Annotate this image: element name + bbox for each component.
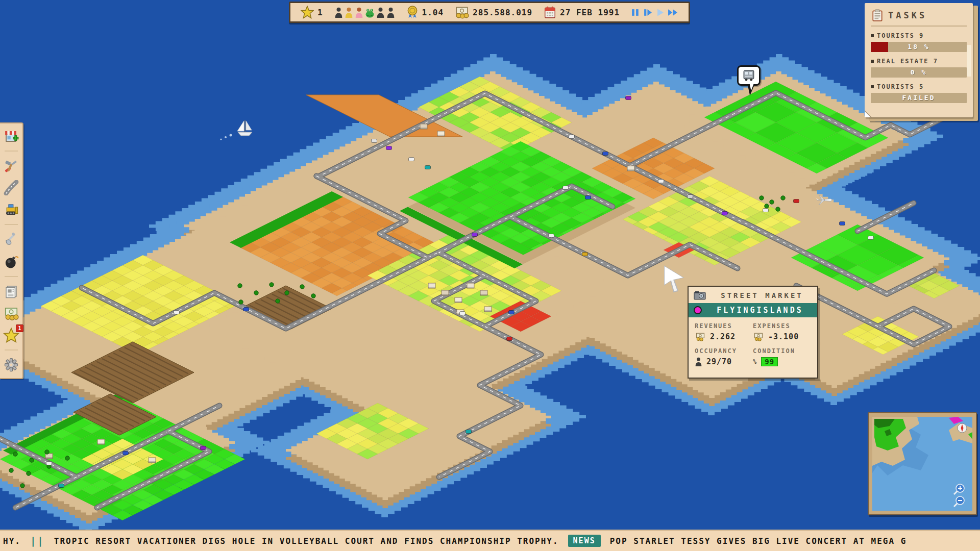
citizen-icons-group bbox=[334, 7, 395, 18]
gear-icon bbox=[4, 357, 19, 372]
toolbar-item-settings[interactable] bbox=[2, 356, 20, 373]
person-dark-icon bbox=[334, 7, 343, 18]
paper-fold-corner bbox=[865, 107, 874, 117]
pause-button[interactable] bbox=[631, 8, 640, 17]
task-progress-text: FAILED bbox=[871, 94, 967, 102]
road-icon bbox=[4, 180, 19, 195]
task-progress-bar: 18 % bbox=[871, 42, 967, 52]
tasks-panel: TASKS TOURISTS 9 18 % REAL ESTATE 7 0 % bbox=[865, 3, 978, 119]
news-badge: NEWS bbox=[568, 535, 601, 547]
bomb-icon bbox=[4, 254, 19, 269]
owner-name: FLYINGISLANDS bbox=[708, 306, 812, 315]
person-pink-icon bbox=[355, 7, 363, 18]
task-progress-bar: FAILED bbox=[871, 93, 967, 103]
money-icon bbox=[695, 332, 706, 341]
toolbar-divider bbox=[5, 276, 18, 277]
newspaper-icon bbox=[4, 284, 19, 299]
fast-forward-button[interactable] bbox=[668, 8, 678, 17]
toolbar-item-newspaper[interactable] bbox=[2, 283, 20, 300]
build-toolbar: 1 bbox=[0, 122, 23, 379]
minimap[interactable] bbox=[868, 412, 977, 515]
money-icon bbox=[455, 6, 469, 19]
play-button[interactable] bbox=[656, 8, 664, 17]
toolbar-item-budget[interactable] bbox=[2, 305, 20, 322]
money-group: 285.588.019 bbox=[455, 6, 532, 19]
revenues-value: 2.262 bbox=[710, 332, 736, 341]
toolbar-item-bomb[interactable] bbox=[2, 253, 20, 270]
tasks-panel-title: TASKS bbox=[888, 10, 927, 20]
notification-badge: 1 bbox=[16, 324, 23, 332]
rating-value: 1.04 bbox=[422, 8, 444, 17]
person-dark-icon bbox=[386, 7, 395, 18]
status-bar: 1 1.04 bbox=[289, 2, 690, 23]
bus-icon bbox=[742, 69, 755, 82]
building-info-popup[interactable]: STREET MARKET FLYINGISLANDS REVENUES 2.2… bbox=[688, 286, 818, 379]
occupancy-stat: OCCUPANCY 29/70 bbox=[695, 347, 753, 366]
expenses-stat: EXPENSES -3.100 bbox=[753, 322, 811, 341]
date-value: 27 FEB 1991 bbox=[560, 8, 620, 17]
star-icon bbox=[301, 6, 314, 19]
rating-group: 1.04 bbox=[406, 6, 444, 19]
task-label: TOURISTS 9 bbox=[877, 32, 924, 39]
person-yellow-icon bbox=[345, 7, 353, 18]
person-dark-icon bbox=[376, 7, 385, 18]
bulldozer-icon bbox=[4, 202, 19, 217]
bullet-icon bbox=[871, 85, 874, 88]
frog-green-icon bbox=[365, 7, 375, 18]
ticker-fragment: HY. bbox=[3, 536, 21, 546]
ticker-headline: POP STARLET TESSY GIVES BIG LIVE CONCERT… bbox=[610, 536, 907, 546]
owner-banner: FLYINGISLANDS bbox=[689, 303, 817, 317]
clipboard-icon bbox=[872, 9, 883, 21]
ticker-headline: TROPIC RESORT VACATIONER DIGS HOLE IN VO… bbox=[54, 536, 559, 546]
calendar-icon bbox=[544, 6, 556, 19]
transport-notification-bubble[interactable] bbox=[737, 65, 761, 86]
money-value: 285.588.019 bbox=[473, 8, 532, 17]
toolbar-item-shop-add[interactable] bbox=[2, 128, 20, 145]
task-progress-bar: 0 % bbox=[871, 67, 967, 78]
money-icon bbox=[753, 332, 764, 341]
expenses-label: EXPENSES bbox=[753, 322, 811, 330]
condition-label: CONDITION bbox=[753, 347, 811, 355]
occupancy-label: OCCUPANCY bbox=[695, 347, 753, 355]
news-ticker[interactable]: HY. || TROPIC RESORT VACATIONER DIGS HOL… bbox=[0, 530, 980, 551]
date-group: 27 FEB 1991 bbox=[544, 6, 620, 19]
task-row[interactable]: TOURISTS 9 18 % bbox=[871, 32, 967, 52]
playback-controls bbox=[631, 8, 678, 17]
condition-stat: CONDITION % 99 bbox=[753, 347, 811, 366]
owner-color-dot bbox=[694, 306, 702, 314]
tools-icon bbox=[4, 158, 19, 173]
budget-icon bbox=[4, 306, 19, 321]
shovel-icon bbox=[4, 232, 19, 247]
task-label: TOURISTS 5 bbox=[877, 83, 924, 90]
revenues-stat: REVENUES 2.262 bbox=[695, 322, 753, 341]
star-count: 1 bbox=[317, 8, 323, 17]
toolbar-item-shovel[interactable] bbox=[2, 231, 20, 248]
toolbar-item-achievements[interactable]: 1 bbox=[2, 327, 20, 344]
toolbar-item-road[interactable] bbox=[2, 179, 20, 196]
toolbar-divider bbox=[5, 224, 18, 225]
toolbar-item-bulldozer[interactable] bbox=[2, 201, 20, 218]
ticker-separator: || bbox=[30, 535, 45, 546]
camera-icon bbox=[694, 291, 706, 300]
building-type-title: STREET MARKET bbox=[712, 291, 812, 299]
percent-glyph: % bbox=[753, 358, 757, 365]
condition-badge: 99 bbox=[761, 357, 778, 366]
bullet-icon bbox=[871, 60, 874, 63]
bullet-icon bbox=[871, 34, 874, 37]
city-map[interactable] bbox=[0, 0, 980, 551]
revenues-label: REVENUES bbox=[695, 322, 753, 330]
toolbar-item-tools[interactable] bbox=[2, 157, 20, 174]
task-progress-text: 0 % bbox=[871, 68, 967, 76]
step-forward-button[interactable] bbox=[643, 8, 653, 17]
task-label: REAL ESTATE 7 bbox=[877, 58, 938, 65]
occupancy-value: 29/70 bbox=[706, 357, 732, 366]
game-viewport: 1 1.04 bbox=[0, 0, 980, 551]
toolbar-divider bbox=[5, 349, 18, 350]
task-row[interactable]: REAL ESTATE 7 0 % bbox=[871, 58, 967, 78]
expenses-value: -3.100 bbox=[768, 332, 799, 341]
medal-icon bbox=[406, 6, 419, 19]
tasks-scrollbar[interactable] bbox=[967, 45, 971, 77]
task-row[interactable]: TOURISTS 5 FAILED bbox=[871, 83, 967, 103]
task-progress-text: 18 % bbox=[871, 43, 967, 51]
shop-add-icon bbox=[4, 129, 19, 144]
